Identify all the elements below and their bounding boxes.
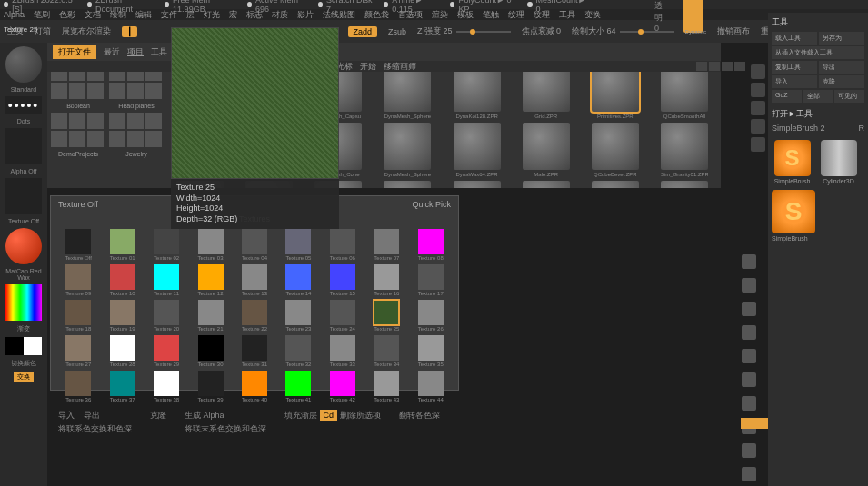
save-as-button[interactable]: 另存为 [819,32,864,45]
texture-item[interactable]: Texture 12 [190,264,230,296]
menu-色彩[interactable]: 色彩 [59,9,75,21]
brush-selector[interactable] [5,46,42,83]
copy-color-button[interactable]: 将联系色交换和色深 [58,423,132,435]
open-file-tab[interactable]: 打开文件 [53,45,96,59]
projects-tab[interactable]: 项目 [127,46,144,58]
clone-button[interactable]: 克隆 [150,410,166,422]
menu-宏[interactable]: 宏 [229,9,237,21]
texture-item[interactable]: Texture 37 [102,371,142,402]
texture-item[interactable]: Texture 18 [58,300,98,332]
cd-button[interactable]: Cd [320,410,338,421]
solo-icon[interactable] [742,396,756,411]
export-tool-button[interactable]: 导出 [819,61,864,74]
lock-icon[interactable] [742,254,756,269]
fill-button[interactable]: 填充渐层 [284,411,317,420]
menu-绘制[interactable]: 绘制 [110,9,126,21]
texture-item[interactable]: Texture 34 [366,335,406,367]
texture-item[interactable]: Texture 26 [411,300,451,332]
lightbox-item[interactable]: DynaMesh_Sphere [374,123,440,177]
menu-文档[interactable]: 文档 [85,9,101,21]
color-swatches[interactable] [5,337,42,355]
transp-icon[interactable] [742,467,756,481]
visible-button[interactable]: 可见的 [834,90,864,103]
texture-item[interactable]: Texture 38 [146,371,186,402]
menu-影片[interactable]: 影片 [297,9,314,21]
small-view-icon[interactable] [722,62,733,71]
floor-icon[interactable] [742,302,756,316]
all-button[interactable]: 全部 [803,90,833,103]
zoom-icon[interactable] [751,83,765,97]
lightbox-item[interactable]: Primitives.ZPR [583,64,648,119]
color-picker[interactable] [5,284,42,321]
lightbox-item[interactable]: QCubeSmoothAll [652,64,717,119]
lightbox-item[interactable]: Grid.ZPR [514,64,579,119]
texture-item[interactable]: Texture 27 [58,335,98,367]
texture-item[interactable]: Texture 21 [190,300,230,332]
texture-selector[interactable] [5,178,42,214]
export-button[interactable]: 导出 [84,411,100,420]
lightbox-item[interactable]: Male.ZPR [514,123,579,177]
flip-button[interactable]: 翻转各色深 [399,410,440,435]
drawsize-slider[interactable]: 绘制大小 64 [572,25,674,37]
texture-item[interactable]: Texture 43 [366,371,406,402]
localxform-icon[interactable] [742,325,756,340]
texture-item[interactable]: Texture 41 [278,371,318,402]
texture-item[interactable]: Texture 40 [234,371,274,402]
menu-Alpha[interactable]: Alpha [4,10,25,19]
texture-item[interactable]: Texture 30 [190,335,230,367]
menu-材质[interactable]: 材质 [272,9,288,21]
material-selector[interactable] [5,228,42,264]
zadd-button[interactable]: Zadd [348,26,378,37]
texture-item[interactable]: Texture 29 [146,335,186,367]
texture-item[interactable]: Texture 13 [234,264,274,296]
lightbox-item[interactable]: QCubeSmooth.ZPR [583,181,648,188]
menu-层[interactable]: 层 [186,9,195,21]
stroke-selector[interactable]: ••••• [5,96,42,114]
load-tool-button[interactable]: 载入工具 [772,32,817,45]
category-jewelry[interactable] [109,113,164,147]
menu-笔刷[interactable]: 笔刷 [34,9,50,21]
texture-item[interactable]: Texture 24 [323,300,363,332]
menu-编辑[interactable]: 编辑 [135,9,152,21]
cylinder3d-tool[interactable] [821,140,857,176]
texture-item[interactable]: Texture 44 [411,371,451,402]
lightbox-item[interactable]: PolySphere.ZPR [514,181,579,188]
texture-item[interactable]: Texture 17 [411,264,451,296]
texture-item[interactable]: Texture 01 [102,229,142,261]
texture-item[interactable]: Texture 22 [234,300,274,332]
menu-纹理[interactable]: 纹理 [508,9,524,21]
texture-item[interactable]: Texture 14 [278,264,318,296]
texture-item[interactable]: Texture 08 [411,229,451,261]
texture-off-thumb[interactable]: Texture Off [58,200,98,209]
simplebrush-tool[interactable]: S [774,140,811,176]
menu-渲染[interactable]: 渲染 [432,9,448,21]
dynamic-toggle[interactable]: Dynamic [685,29,706,35]
lightbox-item[interactable]: Sim_HeadCover [652,181,717,188]
tools-tab[interactable]: 工具 [151,46,167,58]
import-button[interactable]: 导入 [58,411,75,420]
actual-icon[interactable] [751,137,765,152]
menu-首选项[interactable]: 首选项 [398,9,423,21]
texture-item[interactable]: Texture 42 [323,371,363,402]
move-button[interactable]: 移缩画师 [384,61,416,73]
texture-item[interactable]: Texture 32 [278,335,318,367]
texture-item[interactable]: Texture 04 [234,229,274,261]
texture-item[interactable]: Texture 15 [323,264,363,296]
undo-button[interactable]: 撤销画布 [717,25,750,37]
copy-color2-button[interactable]: 将联末系色交换和色深 [185,423,266,435]
menu-变换[interactable]: 变换 [584,9,601,21]
texture-item[interactable]: Texture 31 [234,335,274,367]
texture-item[interactable]: Texture 28 [102,335,142,367]
copy-tool-button[interactable]: 复制工具 [772,61,817,74]
texture-item[interactable]: Texture Off [58,229,98,261]
texture-item[interactable]: Texture 39 [190,371,230,402]
menu-标志[interactable]: 标志 [246,9,263,21]
focal-slider[interactable]: 焦点衰减 0 [522,25,562,37]
texture-item[interactable]: Texture 25 [366,300,406,332]
texture-item[interactable]: Texture 36 [58,371,98,402]
makealpha-button[interactable]: 生成 Alpha [185,410,266,422]
list-view-icon[interactable] [709,62,720,71]
texture-item[interactable]: Texture 11 [146,264,186,296]
texture-item[interactable]: Texture 02 [146,229,186,261]
swap-button[interactable]: 交换 [14,372,34,382]
